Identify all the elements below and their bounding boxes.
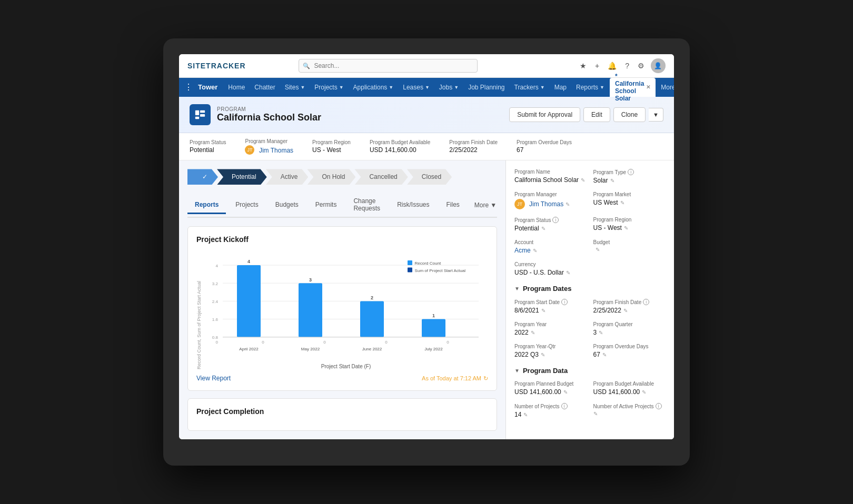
- nav-jobs[interactable]: Jobs ▼: [435, 78, 463, 97]
- nav-applications[interactable]: Applications ▼: [349, 78, 398, 97]
- user-avatar[interactable]: 👤: [651, 58, 666, 73]
- tab-change-requests[interactable]: Change Requests: [346, 193, 388, 218]
- status-step-cancelled[interactable]: Cancelled: [354, 169, 408, 185]
- nav-chatter[interactable]: Chatter: [250, 78, 279, 97]
- tab-risk-issues[interactable]: Risk/Issues: [390, 197, 437, 214]
- trackers-chevron: ▼: [540, 85, 545, 90]
- field-account-value[interactable]: Acme ✎: [514, 247, 587, 254]
- nav-sites[interactable]: Sites ▼: [281, 78, 310, 97]
- data-chevron-icon: ▼: [514, 368, 520, 374]
- svg-rect-19: [299, 284, 322, 338]
- num-active-edit-icon[interactable]: ✎: [593, 411, 598, 417]
- nav-more[interactable]: More ▼: [657, 84, 674, 91]
- status-step-closed[interactable]: Closed: [407, 169, 452, 185]
- help-button[interactable]: ?: [623, 61, 631, 71]
- status-step-onhold[interactable]: On Hold: [307, 169, 355, 185]
- field-planned-budget-value: USD 141,600.00 ✎: [514, 388, 587, 396]
- status-step-active[interactable]: Active: [266, 169, 309, 185]
- bar-chart-svg: 4 3.2 2.4 1.6 0.8 0 4 0 April 2022: [204, 250, 488, 366]
- program-actions: Submit for Approval Edit Clone ▼: [509, 107, 663, 122]
- edit-button[interactable]: Edit: [583, 107, 610, 122]
- start-date-edit-icon[interactable]: ✎: [541, 308, 545, 314]
- field-quarter-value: 3 ✎: [593, 329, 666, 336]
- overdue-days-edit-icon[interactable]: ✎: [602, 352, 607, 358]
- program-name-edit-icon[interactable]: ✎: [581, 177, 585, 183]
- field-planned-budget-label: Program Planned Budget: [514, 381, 587, 387]
- field-currency-label: Currency: [514, 261, 666, 267]
- meta-budget-label: Program Budget Available: [370, 139, 430, 145]
- tab-permits[interactable]: Permits: [308, 197, 344, 214]
- svg-text:0: 0: [447, 340, 449, 345]
- meta-finish-date: Program Finish Date 2/25/2022: [449, 139, 498, 154]
- svg-rect-1: [200, 110, 205, 113]
- submit-approval-button[interactable]: Submit for Approval: [509, 107, 580, 122]
- svg-text:June 2022: June 2022: [362, 347, 382, 351]
- field-program-region: Program Region US - West ✎: [593, 217, 666, 232]
- quarter-edit-icon[interactable]: ✎: [599, 330, 603, 336]
- program-data-section-header[interactable]: ▼ Program Data: [514, 367, 666, 375]
- program-title-block: Program California School Solar: [217, 106, 321, 123]
- nav-trackers[interactable]: Trackers ▼: [510, 78, 549, 97]
- add-button[interactable]: +: [593, 61, 601, 71]
- grid-icon[interactable]: ⋮: [184, 82, 193, 92]
- program-region-edit-icon[interactable]: ✎: [624, 225, 628, 231]
- num-projects-edit-icon[interactable]: ✎: [523, 412, 528, 418]
- account-edit-icon[interactable]: ✎: [533, 248, 537, 254]
- view-report-link[interactable]: View Report: [196, 375, 231, 382]
- field-budget-value: ✎: [593, 247, 666, 253]
- dates-chevron-icon: ▼: [514, 286, 520, 291]
- tab-reports[interactable]: Reports: [187, 197, 226, 214]
- finish-date-edit-icon[interactable]: ✎: [623, 308, 628, 314]
- program-market-edit-icon[interactable]: ✎: [620, 200, 624, 206]
- field-start-date: Program Start Date i 8/6/2021 ✎: [514, 299, 587, 314]
- nav-home[interactable]: Home: [224, 78, 249, 97]
- year-edit-icon[interactable]: ✎: [531, 330, 535, 336]
- search-input[interactable]: [299, 59, 478, 73]
- favorites-button[interactable]: ★: [578, 61, 589, 71]
- tab-close-icon[interactable]: ✕: [646, 84, 650, 90]
- status-step-potential[interactable]: Potential: [217, 169, 267, 185]
- budget-edit-icon[interactable]: ✎: [596, 247, 600, 253]
- field-program-name-label: Program Name: [514, 169, 587, 175]
- nav-map[interactable]: Map: [550, 78, 571, 97]
- meta-manager: Program Manager JT Jim Thomas: [245, 138, 293, 155]
- currency-edit-icon[interactable]: ✎: [566, 270, 570, 276]
- meta-status: Program Status Potential: [190, 139, 226, 154]
- clone-button[interactable]: Clone: [613, 107, 646, 122]
- budget-available-edit-icon[interactable]: ✎: [642, 389, 646, 395]
- program-dates-section-header[interactable]: ▼ Program Dates: [514, 285, 666, 293]
- tab-more[interactable]: More ▼: [469, 197, 502, 213]
- nav-job-planning[interactable]: Job Planning: [464, 78, 509, 97]
- field-program-market-label: Program Market: [593, 191, 666, 197]
- planned-budget-edit-icon[interactable]: ✎: [563, 389, 568, 395]
- nav-projects[interactable]: Projects ▼: [310, 78, 348, 97]
- svg-rect-0: [195, 110, 199, 115]
- field-year-value: 2022 ✎: [514, 329, 587, 336]
- year-qtr-edit-icon[interactable]: ✎: [541, 352, 545, 358]
- meta-manager-value: JT Jim Thomas: [245, 145, 293, 155]
- active-tab[interactable]: * California School Solar ✕: [610, 78, 656, 97]
- program-status-edit-icon[interactable]: ✎: [541, 226, 545, 231]
- num-projects-info-icon: i: [561, 403, 568, 409]
- field-program-type-label: Program Type i: [593, 169, 666, 175]
- svg-rect-32: [408, 260, 412, 265]
- svg-text:0: 0: [323, 340, 326, 345]
- program-type-edit-icon[interactable]: ✎: [610, 178, 614, 184]
- svg-rect-27: [422, 319, 445, 337]
- program-manager-edit-icon[interactable]: ✎: [566, 201, 570, 207]
- tab-projects[interactable]: Projects: [228, 197, 265, 214]
- manager-link[interactable]: Jim Thomas: [259, 147, 293, 154]
- svg-text:Sum of Project Start Actual: Sum of Project Start Actual: [415, 268, 466, 273]
- tab-budgets[interactable]: Budgets: [268, 197, 306, 214]
- status-step-done[interactable]: ✓: [187, 169, 218, 185]
- clone-dropdown-button[interactable]: ▼: [649, 108, 663, 122]
- nav-leases[interactable]: Leases ▼: [399, 78, 434, 97]
- field-program-manager-value[interactable]: JT Jim Thomas ✎: [514, 199, 587, 209]
- tab-files[interactable]: Files: [439, 197, 467, 214]
- settings-button[interactable]: ⚙: [636, 61, 647, 71]
- notification-bell-button[interactable]: 🔔: [606, 61, 619, 71]
- nav-reports[interactable]: Reports ▼: [572, 78, 609, 97]
- projects-chevron: ▼: [339, 85, 344, 90]
- refresh-icon[interactable]: ↻: [483, 375, 488, 382]
- field-account-label: Account: [514, 239, 587, 245]
